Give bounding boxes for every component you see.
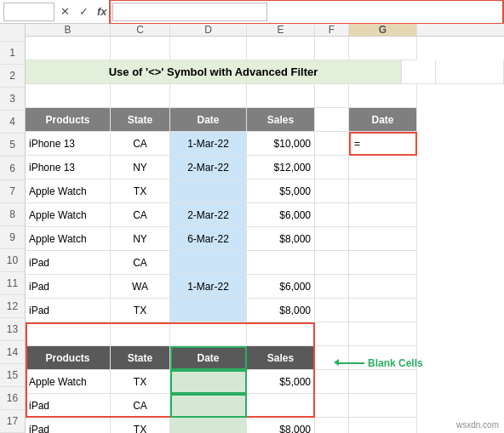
cell-F2[interactable] [402, 60, 436, 84]
cell-D17[interactable] [170, 418, 247, 433]
cell-E7[interactable]: $5,000 [247, 179, 315, 203]
cell-G1[interactable] [349, 37, 417, 60]
cell-E15[interactable]: $5,000 [247, 370, 315, 394]
cell-C5[interactable]: CA [111, 132, 170, 156]
cell-B4-header: Products [26, 108, 111, 132]
cell-G15[interactable] [349, 370, 417, 394]
cell-G13[interactable] [349, 322, 417, 346]
cell-D1[interactable] [170, 37, 247, 60]
cell-B6[interactable]: iPhone 13 [26, 156, 111, 179]
cell-B15[interactable]: Apple Watch [26, 370, 111, 394]
cell-G3[interactable] [349, 84, 417, 108]
cell-B11[interactable]: iPad [26, 275, 111, 299]
cell-D3[interactable] [170, 84, 247, 108]
cell-B16[interactable]: iPad [26, 394, 111, 418]
cell-E10[interactable] [247, 251, 315, 275]
cell-D12[interactable] [170, 299, 247, 322]
cancel-formula-button[interactable]: ✕ [56, 3, 73, 20]
col-header-D[interactable]: D [170, 24, 247, 36]
cell-C7[interactable]: TX [111, 179, 170, 203]
cell-E12[interactable]: $8,000 [247, 299, 315, 322]
cell-B17[interactable]: iPad [26, 418, 111, 433]
cell-E9[interactable]: $8,000 [247, 227, 315, 251]
cell-G9[interactable] [349, 227, 417, 251]
cell-D9[interactable]: 6-Mar-22 [170, 227, 247, 251]
cell-E11[interactable]: $6,000 [247, 275, 315, 299]
cell-B9[interactable]: Apple Watch [26, 227, 111, 251]
cell-E5[interactable]: $10,000 [247, 132, 315, 156]
cell-F6[interactable] [315, 156, 349, 179]
cell-B5[interactable]: iPhone 13 [26, 132, 111, 156]
cell-F11[interactable] [315, 275, 349, 299]
cell-D5[interactable]: 1-Mar-22 [170, 132, 247, 156]
row-number-10: 10 [0, 249, 25, 272]
cell-C16[interactable]: CA [111, 394, 170, 418]
cell-B10[interactable]: iPad [26, 251, 111, 275]
cell-E1[interactable] [247, 37, 315, 60]
col-header-F[interactable]: F [315, 24, 349, 36]
cell-G10[interactable] [349, 251, 417, 275]
cell-E6[interactable]: $12,000 [247, 156, 315, 179]
cell-D10[interactable] [170, 251, 247, 275]
col-header-B[interactable]: B [26, 24, 111, 36]
cell-B8[interactable]: Apple Watch [26, 203, 111, 227]
cell-G8[interactable] [349, 203, 417, 227]
cell-F12[interactable] [315, 299, 349, 322]
cell-G2[interactable] [436, 60, 504, 84]
cell-F17[interactable] [315, 418, 349, 433]
cell-B1[interactable] [26, 37, 111, 60]
cell-C6[interactable]: NY [111, 156, 170, 179]
cell-F3[interactable] [315, 84, 349, 108]
cell-F10[interactable] [315, 251, 349, 275]
cell-D8[interactable]: 2-Mar-22 [170, 203, 247, 227]
col-header-E[interactable]: E [247, 24, 315, 36]
cell-C1[interactable] [111, 37, 170, 60]
cell-G11[interactable] [349, 275, 417, 299]
cell-C13[interactable] [111, 322, 170, 346]
cell-F13[interactable] [315, 322, 349, 346]
cell-C11[interactable]: WA [111, 275, 170, 299]
cell-E3[interactable] [247, 84, 315, 108]
cell-C17[interactable]: TX [111, 418, 170, 433]
cell-G5-active[interactable]: = [349, 132, 417, 156]
cell-D13[interactable] [170, 322, 247, 346]
cell-C15[interactable]: TX [111, 370, 170, 394]
cell-F1[interactable] [315, 37, 349, 60]
cell-G16[interactable] [349, 394, 417, 418]
cell-C3[interactable] [111, 84, 170, 108]
cell-D6[interactable]: 2-Mar-22 [170, 156, 247, 179]
cell-F15[interactable] [315, 370, 349, 394]
cell-F5[interactable] [315, 132, 349, 156]
cell-B7[interactable]: Apple Watch [26, 179, 111, 203]
cell-C10[interactable]: CA [111, 251, 170, 275]
cell-F4[interactable] [315, 108, 349, 132]
cell-E17[interactable]: $8,000 [247, 418, 315, 433]
cell-E13[interactable] [247, 322, 315, 346]
confirm-formula-button[interactable]: ✓ [75, 3, 92, 20]
cell-B12[interactable]: iPad [26, 299, 111, 322]
cell-F8[interactable] [315, 203, 349, 227]
cell-G12[interactable] [349, 299, 417, 322]
cell-C12[interactable]: TX [111, 299, 170, 322]
col-header-G[interactable]: G [349, 24, 417, 36]
cell-D15[interactable] [170, 370, 247, 394]
cell-B3[interactable] [26, 84, 111, 108]
col-header-C[interactable]: C [111, 24, 170, 36]
cell-C8[interactable]: CA [111, 203, 170, 227]
cell-D11[interactable]: 1-Mar-22 [170, 275, 247, 299]
cell-reference-box[interactable]: G5 [3, 3, 54, 21]
row-11: iPad WA 1-Mar-22 $6,000 [26, 275, 504, 299]
cell-G6[interactable] [349, 156, 417, 179]
cell-E8[interactable]: $6,000 [247, 203, 315, 227]
cell-D7[interactable] [170, 179, 247, 203]
cell-B13[interactable] [26, 322, 111, 346]
cell-F16[interactable] [315, 394, 349, 418]
cell-G17[interactable] [349, 418, 417, 433]
cell-C9[interactable]: NY [111, 227, 170, 251]
formula-input[interactable]: ="" [112, 3, 267, 21]
cell-D16[interactable] [170, 394, 247, 418]
cell-F7[interactable] [315, 179, 349, 203]
cell-G7[interactable] [349, 179, 417, 203]
cell-E16[interactable] [247, 394, 315, 418]
cell-F9[interactable] [315, 227, 349, 251]
